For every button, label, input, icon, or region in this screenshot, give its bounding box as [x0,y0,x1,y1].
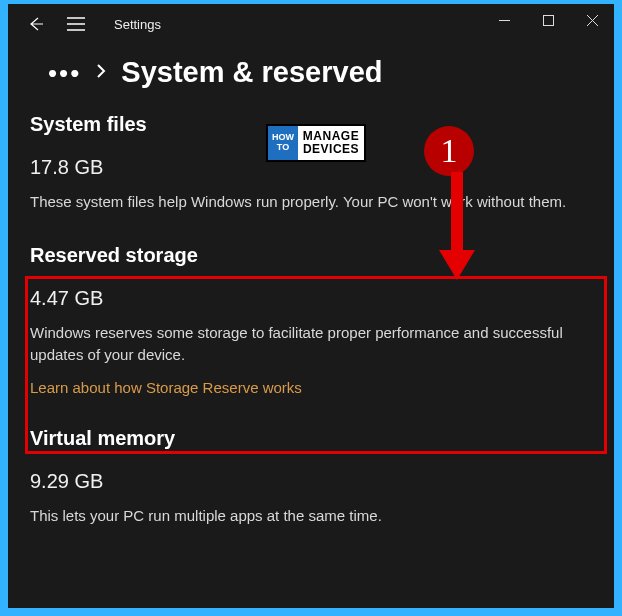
chevron-right-icon [95,62,107,83]
hamburger-menu-icon[interactable] [64,12,88,36]
section-reserved-storage: Reserved storage 4.47 GB Windows reserve… [30,244,592,397]
minimize-button[interactable] [482,4,526,36]
app-title: Settings [114,17,161,32]
window-controls [482,4,614,36]
page-title: System & reserved [121,56,382,89]
reserved-storage-value: 4.47 GB [30,287,592,310]
back-button[interactable] [24,12,48,36]
virtual-memory-title: Virtual memory [30,427,592,450]
reserved-storage-description: Windows reserves some storage to facilit… [30,322,592,367]
titlebar: Settings [8,4,614,44]
system-files-description: These system files help Windows run prop… [30,191,592,214]
maximize-button[interactable] [526,4,570,36]
reserved-storage-title: Reserved storage [30,244,592,267]
titlebar-left: Settings [16,12,161,36]
system-files-value: 17.8 GB [30,156,592,179]
content-area: System files 17.8 GB These system files … [8,109,614,569]
virtual-memory-value: 9.29 GB [30,470,592,493]
settings-window: Settings ••• System & reserved System fi… [8,4,614,608]
section-system-files: System files 17.8 GB These system files … [30,113,592,214]
close-button[interactable] [570,4,614,36]
breadcrumb: ••• System & reserved [8,44,614,109]
section-virtual-memory: Virtual memory 9.29 GB This lets your PC… [30,427,592,528]
virtual-memory-description: This lets your PC run multiple apps at t… [30,505,592,528]
breadcrumb-ellipsis[interactable]: ••• [48,68,81,78]
learn-storage-reserve-link[interactable]: Learn about how Storage Reserve works [30,379,302,396]
system-files-title: System files [30,113,592,136]
svg-rect-0 [543,15,553,25]
